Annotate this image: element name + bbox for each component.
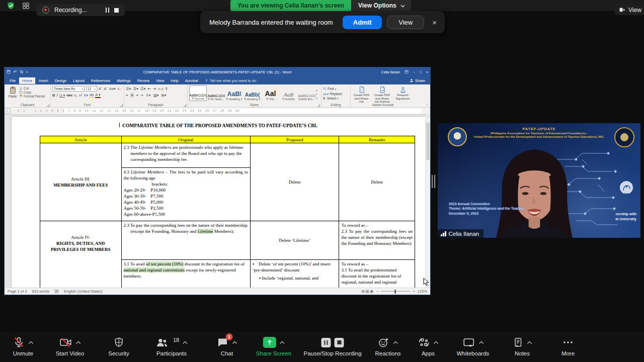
start-video-button[interactable]: Start Video: [56, 336, 85, 356]
ribbon-display-options-icon[interactable]: [405, 70, 409, 74]
style-heading1[interactable]: AaBl¶ Heading 1: [225, 85, 243, 101]
pause-recording-icon[interactable]: [321, 338, 331, 347]
chat-button[interactable]: 1 Chat: [217, 336, 237, 356]
font-color-icon[interactable]: A ▾: [95, 93, 100, 98]
bullets-icon[interactable]: ☰▾: [126, 86, 131, 91]
create-pdf-share-link-button[interactable]: Create PDF and Share link: [352, 86, 371, 104]
language-indicator[interactable]: English (United States): [64, 289, 103, 294]
collapse-ribbon-icon[interactable]: ˄: [426, 103, 428, 106]
view-options-button[interactable]: View Options: [352, 0, 411, 11]
admit-button[interactable]: Admit: [343, 16, 382, 29]
close-window-button[interactable]: ×: [426, 70, 428, 74]
read-mode-icon[interactable]: ▤: [361, 290, 365, 293]
meeting-security-shield-icon[interactable]: [7, 2, 15, 10]
notes-button[interactable]: Notes: [513, 336, 532, 356]
participants-options-caret[interactable]: [183, 341, 188, 344]
word-count[interactable]: 633 words: [32, 289, 49, 294]
whiteboards-button[interactable]: Whiteboards: [457, 336, 490, 356]
styles-dialog-launcher[interactable]: [317, 104, 320, 107]
more-button[interactable]: More: [561, 336, 575, 356]
tab-review[interactable]: Review: [134, 77, 153, 84]
zoom-out-icon[interactable]: −: [376, 289, 378, 294]
bold-button[interactable]: B: [52, 93, 55, 98]
tab-file[interactable]: File: [7, 77, 19, 84]
tell-me-box[interactable]: Tell me what you want to do: [202, 78, 257, 83]
clipboard-dialog-launcher[interactable]: [47, 104, 49, 107]
multilevel-list-icon[interactable]: ☰▾: [140, 86, 146, 91]
reactions-options-caret[interactable]: [393, 341, 398, 344]
apps-button[interactable]: Apps: [418, 336, 439, 356]
unmute-button[interactable]: Unmute: [13, 336, 34, 356]
pause-stop-recording-button[interactable]: Pause/Stop Recording: [303, 336, 361, 356]
zoom-level[interactable]: 120%: [418, 289, 427, 294]
close-icon[interactable]: ×: [432, 18, 437, 27]
style-no-spacing[interactable]: AaBbCcDd¶ No Spac...: [207, 85, 225, 101]
participants-button[interactable]: 18 Participants: [155, 336, 188, 356]
tab-home[interactable]: Home: [19, 77, 35, 84]
cut-button[interactable]: Cut: [19, 86, 45, 90]
zoom-in-icon[interactable]: +: [413, 289, 415, 294]
borders-icon[interactable]: ⊞▾: [161, 93, 166, 98]
line-spacing-icon[interactable]: ⇕▾: [146, 93, 151, 98]
proofing-icon[interactable]: [54, 289, 59, 294]
shading-icon[interactable]: ▨▾: [153, 93, 159, 98]
scrollbar-thumb[interactable]: [426, 123, 430, 160]
reactions-button[interactable]: Reactions: [375, 336, 400, 356]
shrink-font-icon[interactable]: Aˇ: [104, 86, 108, 91]
share-screen-button[interactable]: Share Screen: [256, 336, 291, 356]
styles-scroll-down-icon[interactable]: ▾: [316, 93, 317, 96]
gallery-view-grid-icon[interactable]: [22, 2, 30, 10]
participant-video-tile[interactable]: PATEF-UPDATE (Philippine Association for…: [438, 123, 640, 238]
styles-scroll-up-icon[interactable]: ▴: [316, 88, 317, 92]
tab-insert[interactable]: Insert: [36, 77, 51, 84]
zoom-slider[interactable]: [381, 291, 410, 292]
pause-recording-button[interactable]: [106, 8, 110, 13]
tab-references[interactable]: References: [88, 77, 113, 84]
create-pdf-share-outlook-button[interactable]: Create PDF and Share via Outlook: [373, 86, 391, 104]
styles-gallery-expand-icon[interactable]: ≡: [316, 97, 317, 100]
video-options-caret[interactable]: [76, 341, 81, 344]
tab-mailings[interactable]: Mailings: [114, 77, 134, 84]
maximize-button[interactable]: □: [420, 70, 422, 74]
format-painter-button[interactable]: Format Painter: [19, 95, 45, 98]
view-waiting-room-button[interactable]: View: [387, 16, 424, 29]
underline-button[interactable]: U ▾: [59, 93, 65, 98]
tab-layout[interactable]: Layout: [70, 77, 88, 84]
style-subtle-emphasis[interactable]: AaBbCcDdSubtle Em...: [298, 85, 315, 101]
view-layout-button[interactable]: View: [615, 5, 644, 15]
stop-recording-icon[interactable]: [334, 338, 344, 347]
font-name-box[interactable]: Times New Ro▾: [52, 86, 85, 92]
font-size-box[interactable]: 12▾: [86, 86, 97, 92]
copy-button[interactable]: Copy: [19, 90, 45, 94]
change-case-icon[interactable]: Aa▾: [109, 86, 116, 91]
paragraph-dialog-launcher[interactable]: [184, 104, 186, 107]
highlight-color-icon[interactable]: ab: [90, 93, 94, 98]
panel-resize-handle[interactable]: [432, 175, 435, 188]
clear-formatting-icon[interactable]: A⟋: [117, 86, 122, 92]
minimize-button[interactable]: −: [413, 70, 415, 74]
increase-indent-icon[interactable]: ⇥: [153, 86, 156, 91]
tab-selector[interactable]: L: [6, 109, 11, 114]
tab-help[interactable]: Help: [168, 77, 181, 84]
superscript-button[interactable]: x²: [79, 93, 82, 98]
request-signatures-button[interactable]: Request Signatures: [393, 86, 412, 104]
subscript-button[interactable]: x₂: [74, 93, 77, 98]
decrease-indent-icon[interactable]: ⇤: [148, 86, 151, 91]
vertical-scrollbar[interactable]: ˄ ˅: [425, 115, 430, 289]
notes-options-caret[interactable]: [527, 341, 532, 344]
show-paragraph-marks-icon[interactable]: ¶: [166, 86, 168, 91]
grow-font-icon[interactable]: Aˆ: [99, 86, 103, 91]
tab-view[interactable]: View: [153, 77, 167, 84]
strikethrough-button[interactable]: abc: [66, 93, 72, 98]
justify-icon[interactable]: ≡: [141, 93, 143, 98]
stop-recording-button[interactable]: [114, 8, 119, 13]
tab-acrobat[interactable]: Acrobat: [182, 77, 201, 84]
replace-button[interactable]: ab⇄ Replace: [323, 92, 349, 96]
style-heading2[interactable]: AaBb(¶ Heading 2: [244, 85, 261, 101]
align-right-icon[interactable]: ≡: [136, 93, 138, 98]
italic-button[interactable]: I: [56, 93, 58, 98]
share-button[interactable]: Share: [410, 78, 428, 83]
find-button[interactable]: Find▾: [323, 87, 349, 90]
scroll-up-arrow[interactable]: ˄: [426, 115, 430, 120]
style-normal[interactable]: AaBbCcDd¶ Normal: [189, 85, 207, 101]
